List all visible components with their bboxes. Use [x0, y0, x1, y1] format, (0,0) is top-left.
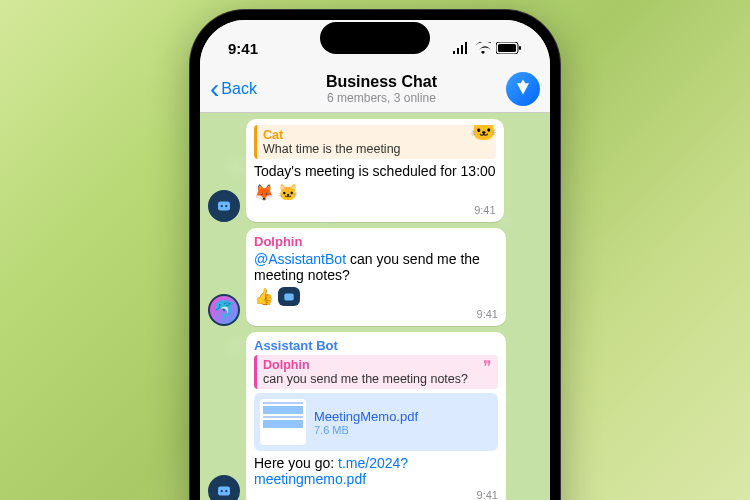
title-block[interactable]: Business Chat 6 members, 3 online: [261, 73, 502, 105]
reply-block[interactable]: 🐱 Cat What time is the meeting: [254, 125, 496, 159]
wifi-icon: [475, 40, 491, 57]
reply-block[interactable]: Dolphin can you send me the meeting note…: [254, 355, 498, 389]
reaction[interactable]: 🦊: [254, 183, 274, 202]
reaction[interactable]: 👍: [254, 287, 274, 306]
reactions: 🦊 🐱: [254, 183, 496, 202]
svg-point-5: [225, 205, 227, 207]
sender-name: Assistant Bot: [254, 338, 498, 353]
svg-point-8: [221, 490, 223, 492]
message-text: Today's meeting is scheduled for 13:00: [254, 163, 496, 179]
reply-text: What time is the meeting: [263, 142, 490, 156]
battery-icon: [496, 40, 522, 57]
file-name: MeetingMemo.pdf: [314, 409, 492, 424]
chat-title: Business Chat: [261, 73, 502, 91]
reply-text: can you send me the meeting notes?: [263, 372, 492, 386]
file-info: MeetingMemo.pdf 7.6 MB: [314, 409, 492, 436]
message-bubble[interactable]: 🐱 Cat What time is the meeting Today's m…: [246, 119, 504, 222]
cat-decoration: 🐱: [470, 125, 496, 147]
svg-rect-6: [284, 293, 293, 300]
svg-rect-1: [498, 44, 516, 52]
avatar-bot[interactable]: [208, 190, 240, 222]
svg-point-9: [225, 490, 227, 492]
timestamp: 9:41: [254, 204, 496, 216]
message-row: 🐬 Dolphin @AssistantBot can you send me …: [208, 228, 542, 326]
file-size: 7.6 MB: [314, 424, 492, 436]
svg-rect-7: [218, 487, 230, 496]
reactions: 👍: [254, 287, 498, 306]
premium-button[interactable]: [506, 72, 540, 106]
chat-area[interactable]: 🐱 Cat What time is the meeting Today's m…: [200, 113, 550, 500]
reply-sender: Dolphin: [263, 358, 492, 372]
file-thumbnail: [260, 399, 306, 445]
timestamp: 9:41: [254, 489, 498, 500]
screen: 9:41 Back Business Chat 6 members, 3 onl…: [200, 20, 550, 500]
message-text: @AssistantBot can you send me the meetin…: [254, 251, 498, 283]
svg-point-4: [221, 205, 223, 207]
message-bubble[interactable]: Assistant Bot Dolphin can you send me th…: [246, 332, 506, 500]
reply-sender: Cat: [263, 128, 490, 142]
chat-subtitle: 6 members, 3 online: [261, 91, 502, 105]
bot-reaction-badge[interactable]: [278, 287, 300, 306]
reaction[interactable]: 🐱: [278, 183, 298, 202]
timestamp: 9:41: [254, 308, 498, 320]
avatar-dolphin[interactable]: 🐬: [208, 294, 240, 326]
status-icons: [452, 40, 522, 57]
sender-name: Dolphin: [254, 234, 498, 249]
chat-header: Back Business Chat 6 members, 3 online: [200, 66, 550, 113]
back-button[interactable]: Back: [210, 80, 257, 98]
phone-frame: 9:41 Back Business Chat 6 members, 3 onl…: [190, 10, 560, 500]
message-row: Assistant Bot Dolphin can you send me th…: [208, 332, 542, 500]
message-row: 🐱 Cat What time is the meeting Today's m…: [208, 119, 542, 222]
svg-rect-2: [519, 46, 521, 50]
signal-icon: [452, 40, 470, 57]
avatar-bot[interactable]: [208, 475, 240, 500]
message-bubble[interactable]: Dolphin @AssistantBot can you send me th…: [246, 228, 506, 326]
notch: [320, 22, 430, 54]
diamond-icon: [514, 78, 532, 100]
status-time: 9:41: [228, 40, 258, 57]
message-text: Here you go: t.me/2024?meetingmemo.pdf: [254, 455, 498, 487]
file-attachment[interactable]: MeetingMemo.pdf 7.6 MB: [254, 393, 498, 451]
svg-rect-3: [218, 202, 230, 211]
mention[interactable]: @AssistantBot: [254, 251, 346, 267]
